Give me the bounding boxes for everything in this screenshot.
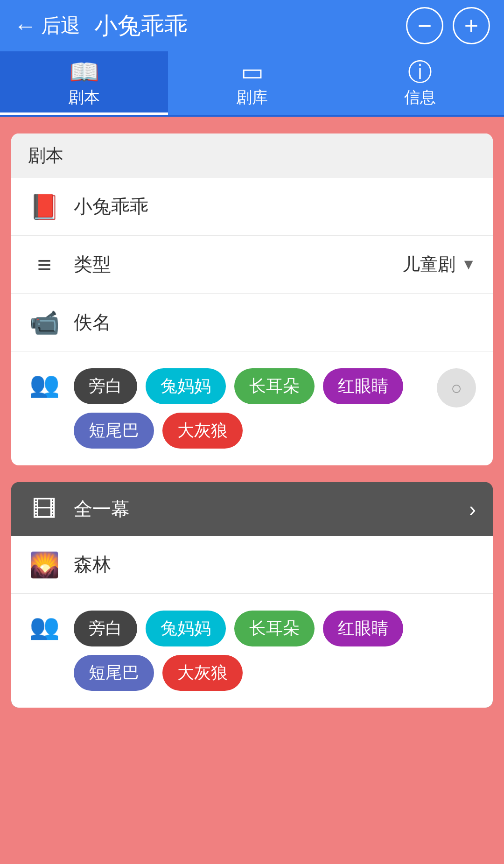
chevron-right-icon: ›	[469, 498, 476, 521]
scene-people-icon: 👥	[28, 614, 61, 639]
page-title: 小兔乖乖	[94, 10, 188, 42]
scene-tag-pangbai[interactable]: 旁白	[74, 611, 137, 646]
scene-tag-hongyanjing[interactable]: 红眼睛	[323, 611, 403, 646]
tab-script[interactable]: 📖 剧本	[0, 51, 168, 115]
type-label: 类型	[74, 252, 402, 277]
video-icon: 📹	[28, 310, 61, 335]
scene-characters-tags: 旁白 兔妈妈 长耳朵 红眼睛 短尾巴 大灰狼	[74, 611, 476, 691]
back-button[interactable]: ← 后退	[14, 13, 80, 39]
film-icon: 🎞	[28, 497, 61, 521]
tab-info[interactable]: ⓘ 信息	[336, 51, 504, 115]
type-value-container: 儿童剧 ▼	[402, 253, 476, 276]
anonymous-label: 佚名	[74, 309, 476, 335]
scene-characters-row: 👥 旁白 兔妈妈 长耳朵 红眼睛 短尾巴 大灰狼	[11, 594, 493, 708]
script-characters-row: 👥 旁白 兔妈妈 长耳朵 红眼睛 短尾巴 大灰狼 ○	[11, 351, 493, 465]
scene-tag-duanweiba[interactable]: 短尾巴	[74, 655, 154, 691]
tab-library[interactable]: ▭ 剧库	[168, 51, 336, 115]
header-icons: − +	[406, 7, 490, 44]
book-icon: 📕	[28, 195, 61, 219]
scene-tag-changerduo[interactable]: 长耳朵	[234, 611, 315, 646]
script-tab-icon: 📖	[69, 60, 99, 84]
tag-dahuailang[interactable]: 大灰狼	[162, 413, 243, 449]
script-card-header: 剧本	[11, 133, 493, 178]
library-tab-label: 剧库	[236, 87, 268, 108]
scene-forest-row[interactable]: 🌄 森林	[11, 536, 493, 594]
back-arrow-icon: ←	[14, 13, 36, 39]
script-tab-label: 剧本	[68, 87, 100, 108]
tag-changerduo[interactable]: 长耳朵	[234, 368, 315, 404]
tag-duanweiba[interactable]: 短尾巴	[74, 413, 154, 449]
script-title-value: 小兔乖乖	[74, 194, 476, 219]
scene-tag-tumama[interactable]: 兔妈妈	[146, 611, 226, 646]
script-card: 剧本 📕 小兔乖乖 ≡ 类型 儿童剧 ▼ 📹 佚名 👥 旁白 兔妈妈	[11, 133, 493, 465]
info-tab-icon: ⓘ	[408, 60, 432, 84]
people-icon: 👥	[28, 372, 61, 396]
list-icon: ≡	[28, 253, 61, 277]
tab-bar: 📖 剧本 ▭ 剧库 ⓘ 信息	[0, 51, 504, 117]
script-section-label: 剧本	[28, 146, 63, 165]
scene-body: 🌄 森林 👥 旁白 兔妈妈 长耳朵 红眼睛 短尾巴 大灰狼	[11, 536, 493, 708]
plus-button[interactable]: +	[453, 7, 490, 44]
main-content: 剧本 📕 小兔乖乖 ≡ 类型 儿童剧 ▼ 📹 佚名 👥 旁白 兔妈妈	[0, 117, 504, 724]
scene-full-act-row[interactable]: 🎞 全一幕 ›	[11, 482, 493, 536]
tag-hongyanjing[interactable]: 红眼睛	[323, 368, 403, 404]
full-act-label: 全一幕	[74, 496, 469, 522]
script-anonymous-row[interactable]: 📹 佚名	[11, 294, 493, 351]
type-dropdown-arrow: ▼	[461, 256, 476, 273]
script-title-row[interactable]: 📕 小兔乖乖	[11, 178, 493, 236]
scene-tag-dahuailang[interactable]: 大灰狼	[162, 655, 243, 691]
tag-tumama[interactable]: 兔妈妈	[146, 368, 226, 404]
scene-forest-label: 森林	[74, 552, 476, 577]
image-icon: 🌄	[28, 553, 61, 577]
header: ← 后退 小兔乖乖 − +	[0, 0, 504, 51]
characters-tags: 旁白 兔妈妈 长耳朵 红眼睛 短尾巴 大灰狼	[74, 368, 437, 449]
back-label: 后退	[41, 13, 80, 39]
library-tab-icon: ▭	[241, 60, 264, 84]
minus-icon: −	[418, 14, 432, 38]
minus-button[interactable]: −	[406, 7, 443, 44]
add-character-button[interactable]: ○	[437, 368, 476, 407]
scene-card: 🎞 全一幕 › 🌄 森林 👥 旁白 兔妈妈 长耳朵 红眼睛 短尾巴 大灰狼	[11, 482, 493, 708]
tag-pangbai[interactable]: 旁白	[74, 368, 137, 404]
type-value: 儿童剧	[402, 253, 455, 276]
script-type-row[interactable]: ≡ 类型 儿童剧 ▼	[11, 236, 493, 294]
plus-icon: +	[464, 14, 478, 38]
info-tab-label: 信息	[404, 87, 436, 108]
